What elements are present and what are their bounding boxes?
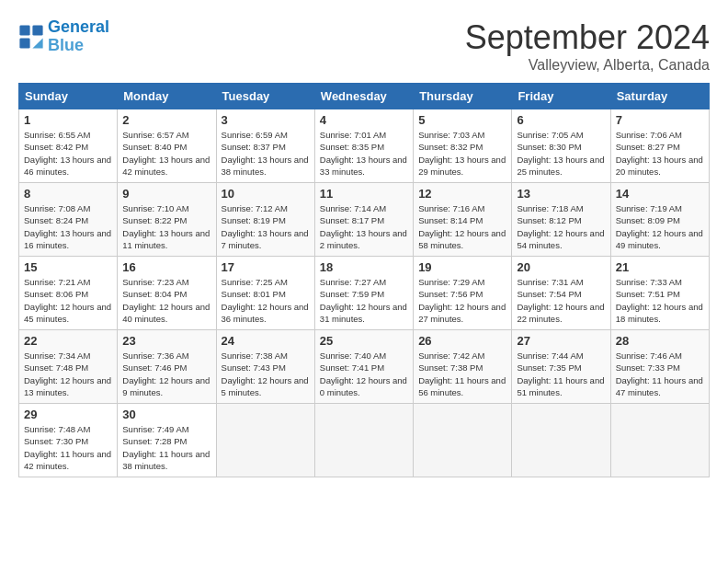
svg-rect-0	[19, 25, 29, 35]
calendar-cell: 5Sunrise: 7:03 AMSunset: 8:32 PMDaylight…	[414, 109, 512, 183]
day-number: 24	[222, 334, 310, 348]
day-number: 21	[616, 260, 704, 274]
calendar-cell: 13Sunrise: 7:18 AMSunset: 8:12 PMDayligh…	[512, 183, 610, 257]
calendar-week-3: 15Sunrise: 7:21 AMSunset: 8:06 PMDayligh…	[19, 257, 710, 330]
calendar-cell: 2Sunrise: 6:57 AMSunset: 8:40 PMDaylight…	[118, 109, 216, 183]
day-number: 19	[418, 260, 506, 274]
day-number: 20	[517, 260, 605, 274]
calendar-cell	[314, 404, 413, 477]
calendar-cell: 22Sunrise: 7:34 AMSunset: 7:48 PMDayligh…	[19, 330, 118, 404]
calendar-cell	[216, 404, 314, 477]
day-number: 17	[222, 260, 310, 274]
day-info: Sunrise: 7:16 AMSunset: 8:14 PMDaylight:…	[418, 202, 506, 251]
calendar-cell: 15Sunrise: 7:21 AMSunset: 8:06 PMDayligh…	[19, 257, 118, 330]
calendar-cell: 23Sunrise: 7:36 AMSunset: 7:46 PMDayligh…	[118, 330, 216, 404]
day-number: 30	[122, 408, 210, 421]
day-info: Sunrise: 7:14 AMSunset: 8:17 PMDaylight:…	[320, 202, 408, 251]
day-number: 5	[418, 113, 506, 127]
calendar-cell: 19Sunrise: 7:29 AMSunset: 7:56 PMDayligh…	[414, 257, 512, 330]
calendar-cell: 14Sunrise: 7:19 AMSunset: 8:09 PMDayligh…	[610, 183, 709, 257]
svg-rect-1	[32, 25, 42, 35]
calendar-cell: 11Sunrise: 7:14 AMSunset: 8:17 PMDayligh…	[314, 183, 413, 257]
day-number: 13	[517, 187, 605, 201]
svg-rect-2	[19, 38, 29, 48]
day-info: Sunrise: 7:23 AMSunset: 8:04 PMDaylight:…	[122, 276, 210, 325]
day-info: Sunrise: 7:40 AMSunset: 7:41 PMDaylight:…	[320, 350, 408, 398]
calendar-cell	[610, 404, 709, 477]
header-saturday: Saturday	[610, 84, 709, 109]
calendar-cell: 12Sunrise: 7:16 AMSunset: 8:14 PMDayligh…	[414, 183, 512, 257]
day-info: Sunrise: 7:21 AMSunset: 8:06 PMDaylight:…	[24, 276, 112, 325]
calendar-cell: 3Sunrise: 6:59 AMSunset: 8:37 PMDaylight…	[216, 109, 314, 183]
calendar-cell: 9Sunrise: 7:10 AMSunset: 8:22 PMDaylight…	[118, 183, 216, 257]
calendar-cell: 8Sunrise: 7:08 AMSunset: 8:24 PMDaylight…	[19, 183, 118, 257]
day-number: 22	[24, 334, 112, 348]
day-info: Sunrise: 7:33 AMSunset: 7:51 PMDaylight:…	[616, 276, 704, 325]
location-title: Valleyview, Alberta, Canada	[465, 57, 710, 74]
header-sunday: Sunday	[19, 84, 118, 109]
day-number: 18	[320, 260, 408, 274]
logo-line2: Blue	[48, 36, 84, 54]
header-friday: Friday	[512, 84, 610, 109]
day-info: Sunrise: 7:49 AMSunset: 7:28 PMDaylight:…	[122, 423, 210, 472]
calendar-cell: 24Sunrise: 7:38 AMSunset: 7:43 PMDayligh…	[216, 330, 314, 404]
day-number: 23	[122, 334, 210, 348]
calendar-week-5: 29Sunrise: 7:48 AMSunset: 7:30 PMDayligh…	[19, 404, 710, 477]
day-number: 26	[418, 334, 506, 348]
day-number: 2	[122, 113, 210, 127]
day-number: 7	[616, 113, 704, 127]
day-info: Sunrise: 7:44 AMSunset: 7:35 PMDaylight:…	[517, 350, 605, 398]
day-info: Sunrise: 7:46 AMSunset: 7:33 PMDaylight:…	[616, 350, 704, 398]
day-number: 4	[320, 113, 408, 127]
calendar-cell: 1Sunrise: 6:55 AMSunset: 8:42 PMDaylight…	[19, 109, 118, 183]
calendar-cell	[414, 404, 512, 477]
day-number: 11	[320, 187, 408, 201]
calendar-cell: 6Sunrise: 7:05 AMSunset: 8:30 PMDaylight…	[512, 109, 610, 183]
page-header: General Blue September 2024 Valleyview, …	[18, 18, 710, 74]
svg-marker-3	[32, 38, 42, 48]
day-info: Sunrise: 7:06 AMSunset: 8:27 PMDaylight:…	[616, 129, 704, 178]
calendar-week-2: 8Sunrise: 7:08 AMSunset: 8:24 PMDaylight…	[19, 183, 710, 257]
header-thursday: Thursday	[414, 84, 512, 109]
day-info: Sunrise: 7:03 AMSunset: 8:32 PMDaylight:…	[418, 129, 506, 178]
calendar-cell: 20Sunrise: 7:31 AMSunset: 7:54 PMDayligh…	[512, 257, 610, 330]
day-number: 6	[517, 113, 605, 127]
day-info: Sunrise: 7:31 AMSunset: 7:54 PMDaylight:…	[517, 276, 605, 325]
header-tuesday: Tuesday	[216, 84, 314, 109]
calendar-cell: 18Sunrise: 7:27 AMSunset: 7:59 PMDayligh…	[314, 257, 413, 330]
day-info: Sunrise: 7:25 AMSunset: 8:01 PMDaylight:…	[222, 276, 310, 325]
day-info: Sunrise: 7:05 AMSunset: 8:30 PMDaylight:…	[517, 129, 605, 178]
day-info: Sunrise: 7:29 AMSunset: 7:56 PMDaylight:…	[418, 276, 506, 325]
header-wednesday: Wednesday	[314, 84, 413, 109]
day-number: 27	[517, 334, 605, 348]
day-number: 1	[24, 113, 112, 127]
title-area: September 2024 Valleyview, Alberta, Cana…	[465, 18, 710, 74]
day-number: 10	[222, 187, 310, 201]
logo-icon	[18, 24, 44, 50]
calendar-cell: 21Sunrise: 7:33 AMSunset: 7:51 PMDayligh…	[610, 257, 709, 330]
day-info: Sunrise: 6:59 AMSunset: 8:37 PMDaylight:…	[222, 129, 310, 178]
day-info: Sunrise: 7:48 AMSunset: 7:30 PMDaylight:…	[24, 423, 112, 472]
calendar-cell	[512, 404, 610, 477]
calendar-cell: 7Sunrise: 7:06 AMSunset: 8:27 PMDaylight…	[610, 109, 709, 183]
day-number: 8	[24, 187, 112, 201]
day-number: 16	[122, 260, 210, 274]
day-info: Sunrise: 7:18 AMSunset: 8:12 PMDaylight:…	[517, 202, 605, 251]
calendar-cell: 30Sunrise: 7:49 AMSunset: 7:28 PMDayligh…	[118, 404, 216, 477]
calendar-cell: 26Sunrise: 7:42 AMSunset: 7:38 PMDayligh…	[414, 330, 512, 404]
calendar-cell: 29Sunrise: 7:48 AMSunset: 7:30 PMDayligh…	[19, 404, 118, 477]
day-info: Sunrise: 7:19 AMSunset: 8:09 PMDaylight:…	[616, 202, 704, 251]
day-number: 28	[616, 334, 704, 348]
day-info: Sunrise: 7:12 AMSunset: 8:19 PMDaylight:…	[222, 202, 310, 251]
day-number: 15	[24, 260, 112, 274]
calendar-cell: 10Sunrise: 7:12 AMSunset: 8:19 PMDayligh…	[216, 183, 314, 257]
calendar-cell: 28Sunrise: 7:46 AMSunset: 7:33 PMDayligh…	[610, 330, 709, 404]
day-number: 9	[122, 187, 210, 201]
day-info: Sunrise: 7:01 AMSunset: 8:35 PMDaylight:…	[320, 129, 408, 178]
calendar-cell: 27Sunrise: 7:44 AMSunset: 7:35 PMDayligh…	[512, 330, 610, 404]
calendar-week-1: 1Sunrise: 6:55 AMSunset: 8:42 PMDaylight…	[19, 109, 710, 183]
calendar-week-4: 22Sunrise: 7:34 AMSunset: 7:48 PMDayligh…	[19, 330, 710, 404]
calendar-cell: 4Sunrise: 7:01 AMSunset: 8:35 PMDaylight…	[314, 109, 413, 183]
calendar-cell: 16Sunrise: 7:23 AMSunset: 8:04 PMDayligh…	[118, 257, 216, 330]
day-info: Sunrise: 7:34 AMSunset: 7:48 PMDaylight:…	[24, 350, 112, 398]
